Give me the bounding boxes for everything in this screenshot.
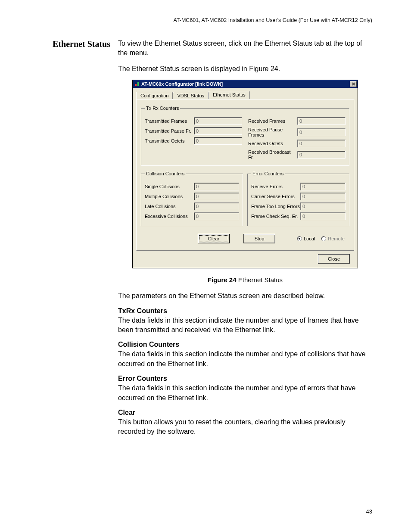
subhead-clear: Clear bbox=[118, 409, 372, 417]
value-tx-frames: 0 bbox=[194, 117, 242, 125]
intro-para-1: To view the Ethernet Status screen, clic… bbox=[118, 39, 372, 58]
section-heading: Ethernet Status bbox=[40, 39, 118, 443]
value-rx-pause: 0 bbox=[297, 128, 346, 136]
value-carrier: 0 bbox=[300, 193, 346, 200]
subhead-error: Error Counters bbox=[118, 375, 372, 383]
radio-dot-icon bbox=[297, 236, 302, 241]
radio-remote-label: Remote bbox=[328, 236, 345, 241]
value-tx-pause: 0 bbox=[194, 127, 242, 135]
para-clear: This button allows you to reset the coun… bbox=[118, 417, 372, 437]
label-toolong: Frame Too Long Errors bbox=[251, 204, 300, 209]
label-carrier: Carrier Sense Errors bbox=[251, 194, 300, 199]
label-fcs: Frame Check Seq. Er. bbox=[251, 214, 300, 219]
label-single-coll: Single Collisions bbox=[145, 184, 194, 189]
group-txrx: Tx Rx Counters Transmitted Frames 0 Tran… bbox=[141, 106, 349, 166]
radio-local-label: Local bbox=[304, 236, 315, 241]
value-tx-octets: 0 bbox=[194, 137, 242, 145]
group-error-legend: Error Counters bbox=[251, 171, 285, 176]
tab-ethernet-status[interactable]: Ethernet Status bbox=[209, 91, 250, 99]
tab-panel: Tx Rx Counters Transmitted Frames 0 Tran… bbox=[136, 99, 354, 251]
label-tx-frames: Transmitted Frames bbox=[145, 118, 194, 124]
configurator-window: AT-MC60x Configurator [link DOWN] ✕ Conf… bbox=[132, 80, 358, 268]
window-title: AT-MC60x Configurator [link DOWN] bbox=[141, 81, 350, 87]
doc-header: AT-MC601, AT-MC602 Installation and User… bbox=[40, 17, 372, 23]
group-txrx-legend: Tx Rx Counters bbox=[145, 106, 180, 111]
radio-local[interactable]: Local bbox=[297, 236, 315, 241]
value-late-coll: 0 bbox=[194, 202, 239, 210]
label-tx-octets: Transmitted Octets bbox=[145, 138, 194, 143]
value-rx-err: 0 bbox=[300, 183, 346, 190]
label-rx-pause: Received Pause Frames bbox=[248, 127, 297, 137]
radio-remote[interactable]: Remote bbox=[321, 236, 345, 241]
para-desc: The parameters on the Ethernet Status sc… bbox=[118, 291, 372, 301]
figure-title: Ethernet Status bbox=[237, 276, 283, 283]
tab-bar: Configuration VDSL Status Ethernet Statu… bbox=[136, 90, 354, 99]
value-toolong: 0 bbox=[300, 202, 346, 210]
label-rx-bcast: Received Broadcast Fr. bbox=[248, 149, 297, 160]
value-single-coll: 0 bbox=[194, 183, 239, 190]
label-exc-coll: Excessive Collisions bbox=[145, 214, 194, 219]
stop-button[interactable]: Stop bbox=[243, 234, 275, 243]
value-fcs: 0 bbox=[300, 212, 346, 220]
clear-button[interactable]: Clear bbox=[198, 234, 230, 243]
svg-rect-1 bbox=[137, 82, 139, 86]
value-exc-coll: 0 bbox=[194, 212, 239, 220]
page-number: 43 bbox=[366, 508, 372, 515]
close-button[interactable]: Close bbox=[318, 254, 350, 264]
tab-vdsl-status[interactable]: VDSL Status bbox=[173, 92, 209, 100]
close-icon[interactable]: ✕ bbox=[350, 81, 357, 87]
figure-caption: Figure 24 Ethernet Status bbox=[118, 276, 372, 283]
group-collision: Collision Counters Single Collisions 0 M… bbox=[141, 171, 243, 226]
label-rx-frames: Received Frames bbox=[248, 118, 297, 124]
label-rx-err: Receive Errors bbox=[251, 184, 300, 189]
label-tx-pause: Transmitted Pause Fr. bbox=[145, 128, 194, 134]
para-collision: The data fields in this section indicate… bbox=[118, 349, 372, 369]
intro-para-2: The Ethernet Status screen is displayed … bbox=[118, 64, 372, 74]
subhead-txrx: TxRx Counters bbox=[118, 307, 372, 315]
value-mult-coll: 0 bbox=[194, 193, 239, 200]
figure-number: Figure 24 bbox=[208, 276, 237, 283]
tab-configuration[interactable]: Configuration bbox=[136, 92, 173, 100]
label-late-coll: Late Collisions bbox=[145, 204, 194, 209]
radio-dot-icon bbox=[321, 236, 326, 241]
para-txrx: The data fields in this section indicate… bbox=[118, 316, 372, 335]
para-error: The data fields in this section indicate… bbox=[118, 383, 372, 403]
svg-rect-0 bbox=[135, 84, 137, 86]
label-mult-coll: Multiple Collisions bbox=[145, 194, 194, 199]
window-titlebar: AT-MC60x Configurator [link DOWN] ✕ bbox=[133, 80, 358, 88]
value-rx-frames: 0 bbox=[297, 117, 346, 125]
group-collision-legend: Collision Counters bbox=[145, 171, 186, 176]
value-rx-bcast: 0 bbox=[297, 151, 346, 159]
value-rx-octets: 0 bbox=[297, 140, 346, 147]
label-rx-octets: Received Octets bbox=[248, 141, 297, 146]
subhead-collision: Collision Counters bbox=[118, 341, 372, 348]
group-error: Error Counters Receive Errors 0 Carrier … bbox=[247, 171, 349, 226]
app-icon bbox=[134, 81, 140, 87]
